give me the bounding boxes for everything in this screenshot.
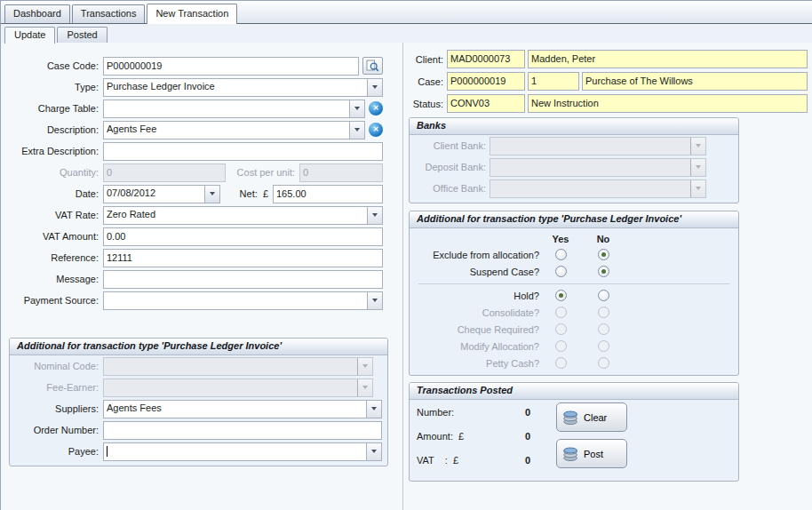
order-number-label: Order Number: — [10, 425, 99, 435]
tab-update[interactable]: Update — [4, 27, 55, 44]
radio-row-label: Hold? — [410, 291, 539, 301]
chevron-down-icon[interactable] — [366, 401, 381, 418]
form-row-reference: Reference: — [1, 247, 402, 268]
form-row-extra-description: Extra Description: — [1, 140, 402, 162]
suppliers-combo[interactable]: Agents Fees — [103, 400, 382, 418]
client-info-row: Client: MAD0000073 Madden, Peter — [406, 48, 810, 70]
radio-yes[interactable] — [555, 249, 567, 260]
posted-number-value: 0 — [481, 407, 530, 418]
chevron-down-icon[interactable] — [367, 207, 382, 224]
form-row-message: Message: — [1, 268, 402, 290]
posted-vat-value: 0 — [481, 455, 530, 466]
clear-button-label: Clear — [584, 412, 607, 423]
radio-row-label: Suspend Case? — [410, 267, 539, 277]
suppliers-label: Suppliers: — [10, 403, 99, 414]
clear-button[interactable]: Clear — [556, 402, 627, 432]
status-description-field: New Instruction — [528, 94, 808, 113]
radio-yes — [555, 357, 567, 369]
tab-posted[interactable]: Posted — [57, 27, 107, 43]
additional-left-groupbox: Additional for transaction type 'Purchas… — [9, 338, 388, 466]
case-number-field: 1 — [528, 72, 579, 91]
payment-source-combo[interactable] — [103, 291, 383, 310]
radio-no — [598, 323, 609, 335]
radio-no[interactable] — [598, 290, 609, 301]
fee-earner-combo — [103, 379, 373, 397]
suppliers-combo-value: Agents Fees — [104, 401, 366, 418]
search-icon — [366, 60, 379, 72]
banks-groupbox: Banks Client Bank: Deposit Bank: — [409, 117, 739, 203]
additional-right-groupbox: Additional for transaction type 'Purchas… — [409, 211, 739, 376]
form-row-suppliers: Suppliers: Agents Fees — [10, 398, 387, 419]
additional-left-groupbox-title: Additional for transaction type 'Purchas… — [10, 339, 387, 355]
case-code-input[interactable] — [103, 57, 359, 76]
radio-row-label: Consolidate? — [410, 307, 539, 318]
office-bank-combo — [490, 179, 706, 198]
form-row-vat-amount: VAT Amount: — [1, 226, 402, 247]
radio-yes[interactable] — [555, 290, 567, 301]
radio-row-label: Exclude from allocation? — [410, 250, 539, 260]
reference-input[interactable] — [103, 249, 383, 267]
group-separator — [418, 283, 729, 284]
chevron-down-icon — [357, 379, 372, 396]
cost-per-unit-label: Cost per unit: — [226, 167, 295, 178]
radio-no — [598, 307, 609, 318]
charge-table-label: Charge Table: — [4, 103, 99, 114]
net-input[interactable] — [273, 185, 383, 203]
radio-yes[interactable] — [555, 266, 567, 277]
payee-combo[interactable] — [103, 442, 382, 461]
net-label: Net: £ — [220, 188, 268, 199]
text-cursor — [107, 446, 107, 457]
description-combo[interactable]: Agents Fee — [103, 121, 365, 139]
case-label: Case: — [406, 76, 443, 87]
payment-source-label: Payment Source: — [4, 295, 99, 306]
transactions-posted-groupbox-title: Transactions Posted — [410, 383, 738, 400]
vat-amount-input[interactable] — [103, 227, 383, 246]
chevron-down-icon[interactable] — [366, 443, 381, 460]
tab-dashboard[interactable]: Dashboard — [4, 4, 70, 23]
chevron-down-icon[interactable] — [367, 79, 382, 96]
message-input[interactable] — [103, 270, 383, 289]
radio-no[interactable] — [598, 266, 609, 277]
order-number-input[interactable] — [103, 421, 382, 440]
charge-table-clear-icon[interactable]: ✕ — [369, 101, 383, 116]
vat-rate-label: VAT Rate: — [4, 210, 99, 220]
vat-rate-combo[interactable]: Zero Rated — [103, 206, 383, 225]
post-button[interactable]: Post — [556, 439, 627, 468]
reference-label: Reference: — [4, 252, 99, 263]
tab-new-transaction[interactable]: New Transaction — [147, 4, 237, 24]
date-combo-value: 07/08/2012 — [104, 186, 204, 203]
case-code-lookup-button[interactable] — [362, 57, 383, 75]
type-combo[interactable]: Purchase Ledger Invoice — [103, 78, 383, 97]
radio-row-modify-allocation: Modify Allocation? — [410, 338, 738, 355]
nominal-code-label: Nominal Code: — [10, 361, 99, 371]
quantity-label: Quantity: — [4, 167, 99, 178]
chevron-down-icon[interactable] — [349, 122, 364, 139]
form-row-type: Type: Purchase Ledger Invoice — [1, 76, 402, 98]
yes-no-header-row: Yes No — [410, 231, 738, 246]
payment-source-combo-value — [104, 292, 367, 309]
radio-yes — [555, 307, 567, 318]
chevron-down-icon[interactable] — [204, 186, 219, 203]
extra-description-input[interactable] — [103, 142, 383, 161]
radio-no — [598, 357, 609, 369]
description-clear-icon[interactable]: ✕ — [369, 123, 383, 137]
form-row-payee: Payee: — [10, 441, 387, 462]
vat-amount-label: VAT Amount: — [4, 231, 99, 242]
description-combo-value: Agents Fee — [104, 122, 349, 139]
date-combo[interactable]: 07/08/2012 — [103, 185, 220, 203]
case-info-panel: Client: MAD0000073 Madden, Peter Case: P… — [403, 43, 812, 510]
form-row-description: Description: Agents Fee ✕ — [1, 119, 402, 140]
charge-table-combo[interactable] — [103, 100, 365, 118]
radio-row-label: Cheque Required? — [410, 324, 539, 335]
radio-row-suspend-case: Suspend Case? — [410, 263, 738, 280]
client-bank-label: Client Bank: — [410, 140, 486, 151]
radio-no — [598, 340, 609, 352]
chevron-down-icon[interactable] — [367, 292, 382, 309]
chevron-down-icon — [690, 138, 705, 155]
office-bank-row: Office Bank: — [410, 178, 738, 199]
chevron-down-icon[interactable] — [349, 100, 364, 117]
radio-row-petty-cash: Petty Cash? — [410, 355, 738, 371]
radio-no[interactable] — [598, 249, 609, 260]
deposit-bank-row: Deposit Bank: — [410, 156, 738, 178]
tab-transactions[interactable]: Transactions — [72, 4, 146, 23]
